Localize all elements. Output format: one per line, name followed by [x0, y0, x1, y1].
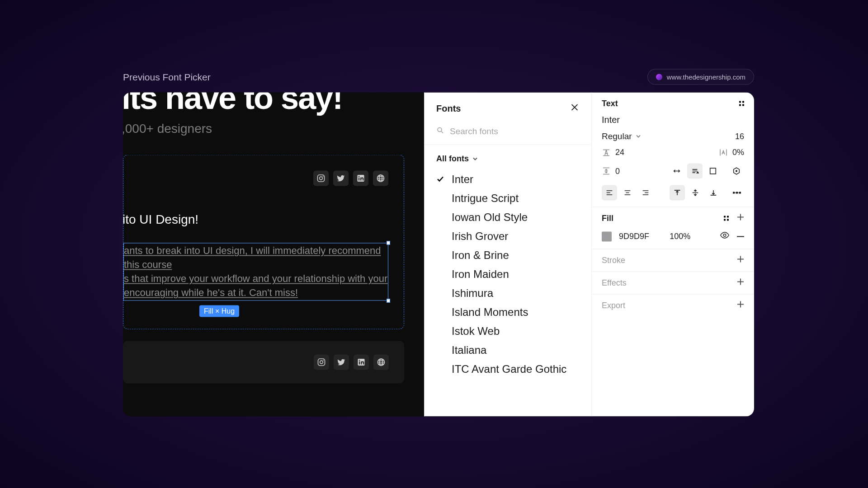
letter-spacing-field[interactable]: 0%: [719, 148, 744, 157]
globe-icon[interactable]: [373, 171, 388, 186]
line-height-icon: [602, 148, 611, 157]
testimonial-card[interactable]: [123, 341, 404, 384]
font-size-field[interactable]: 16: [735, 131, 744, 141]
autolayout-badge: Fill × Hug: [199, 305, 239, 317]
valign-middle-icon[interactable]: [688, 185, 703, 201]
auto-height-icon[interactable]: [687, 164, 703, 179]
font-list-item[interactable]: Intrigue Script: [436, 189, 580, 208]
align-right-icon[interactable]: [638, 185, 653, 201]
svg-point-1: [320, 177, 323, 180]
font-list-item[interactable]: Istok Web: [436, 322, 580, 341]
export-section-title[interactable]: Export: [602, 301, 625, 310]
app-board: its have to say! ,000+ designers ito UI …: [123, 93, 754, 417]
add-effect-icon[interactable]: [737, 278, 744, 288]
auto-width-icon[interactable]: [669, 164, 684, 179]
valign-top-icon[interactable]: [670, 185, 685, 201]
instagram-icon[interactable]: [313, 171, 329, 186]
add-stroke-icon[interactable]: [737, 256, 744, 265]
page-title: Previous Font Picker: [123, 72, 211, 83]
font-name: ITC Avant Garde Gothic: [452, 363, 566, 375]
four-dots-icon[interactable]: [739, 101, 744, 106]
resize-handle-icon[interactable]: [387, 241, 390, 245]
fill-hex[interactable]: 9D9D9F: [619, 232, 649, 241]
instagram-icon[interactable]: [314, 355, 329, 370]
font-list-item[interactable]: Italiana: [436, 341, 580, 360]
svg-point-18: [736, 170, 737, 172]
text-section-title: Text: [602, 99, 618, 108]
twitter-icon[interactable]: [334, 355, 349, 370]
fonts-list[interactable]: InterIntrigue ScriptIowan Old StyleIrish…: [425, 168, 591, 380]
font-list-item[interactable]: Inter: [436, 170, 580, 189]
svg-point-2: [323, 176, 324, 177]
svg-point-19: [733, 192, 735, 194]
more-icon[interactable]: [729, 185, 744, 201]
eye-icon[interactable]: [720, 230, 730, 243]
remove-fill-icon[interactable]: [737, 236, 744, 237]
font-list-item[interactable]: Iron Maiden: [436, 265, 580, 284]
search-input[interactable]: [450, 127, 580, 136]
font-list-item[interactable]: Iron & Brine: [436, 246, 580, 265]
site-pill[interactable]: www.thedesignership.com: [647, 69, 754, 85]
linkedin-icon[interactable]: [353, 171, 368, 186]
font-name: Iowan Old Style: [452, 211, 528, 224]
canvas-heading: its have to say!: [123, 93, 424, 116]
stroke-section-title[interactable]: Stroke: [602, 256, 625, 265]
chevron-down-icon: [636, 134, 641, 139]
fill-swatch[interactable]: [602, 231, 612, 241]
svg-point-21: [739, 192, 741, 194]
font-list-item[interactable]: ITC Avant Garde Gothic: [436, 360, 580, 379]
close-icon[interactable]: [570, 103, 580, 115]
text-line: s that improve your workflow and your re…: [124, 272, 388, 286]
filter-label: All fonts: [436, 154, 469, 164]
canvas-subheading: ,000+ designers: [123, 122, 424, 136]
font-family-field[interactable]: Inter: [602, 115, 620, 125]
paragraph-spacing-icon: [602, 167, 611, 176]
fixed-size-icon[interactable]: [705, 164, 721, 179]
align-left-icon[interactable]: [602, 185, 617, 201]
font-name: Intrigue Script: [452, 192, 519, 205]
svg-point-5: [359, 176, 360, 177]
font-weight-dropdown[interactable]: Regular: [602, 131, 641, 141]
line-height-field[interactable]: 24: [602, 148, 624, 157]
align-center-icon[interactable]: [620, 185, 635, 201]
linkedin-icon[interactable]: [354, 355, 369, 370]
letter-spacing-icon: [719, 148, 728, 157]
four-dots-icon[interactable]: [724, 216, 729, 221]
effects-section-title[interactable]: Effects: [602, 278, 627, 288]
testimonial-card-selected[interactable]: ito UI Design! ants to break into UI des…: [123, 155, 404, 329]
svg-rect-4: [359, 178, 359, 181]
paragraph-spacing-field[interactable]: 0: [602, 166, 620, 176]
font-name: Iron Maiden: [452, 268, 509, 281]
font-list-item[interactable]: Irish Grover: [436, 227, 580, 246]
font-name: Island Moments: [452, 306, 528, 319]
globe-icon[interactable]: [373, 355, 389, 370]
svg-rect-17: [710, 168, 716, 174]
inspector-panel: Text Inter Regular 16: [591, 93, 754, 417]
chevron-down-icon: [472, 156, 478, 161]
selected-text-layer[interactable]: ants to break into UI design, I will imm…: [123, 243, 388, 301]
type-settings-icon[interactable]: [729, 164, 744, 179]
resize-handle-icon[interactable]: [387, 299, 390, 303]
font-name: Iron & Brine: [452, 249, 509, 262]
design-canvas[interactable]: its have to say! ,000+ designers ito UI …: [123, 93, 424, 417]
social-row: [123, 355, 389, 370]
font-list-item[interactable]: Island Moments: [436, 303, 580, 322]
fill-opacity[interactable]: 100%: [670, 232, 690, 241]
add-export-icon[interactable]: [737, 301, 744, 310]
add-fill-icon[interactable]: [737, 214, 744, 223]
fonts-filter[interactable]: All fonts: [425, 145, 591, 168]
font-name: Ishimura: [452, 287, 493, 300]
twitter-icon[interactable]: [333, 171, 349, 186]
valign-bottom-icon[interactable]: [706, 185, 721, 201]
fonts-title: Fonts: [436, 103, 461, 114]
font-name: Inter: [452, 173, 473, 186]
search-icon: [436, 127, 444, 136]
font-list-item[interactable]: Ishimura: [436, 284, 580, 303]
fonts-search[interactable]: [425, 123, 591, 145]
site-url: www.thedesignership.com: [667, 73, 745, 81]
svg-point-13: [359, 360, 360, 361]
social-row: [123, 171, 388, 186]
fill-section-title: Fill: [602, 214, 613, 223]
font-list-item[interactable]: Iowan Old Style: [436, 208, 580, 227]
check-icon: [436, 176, 444, 183]
